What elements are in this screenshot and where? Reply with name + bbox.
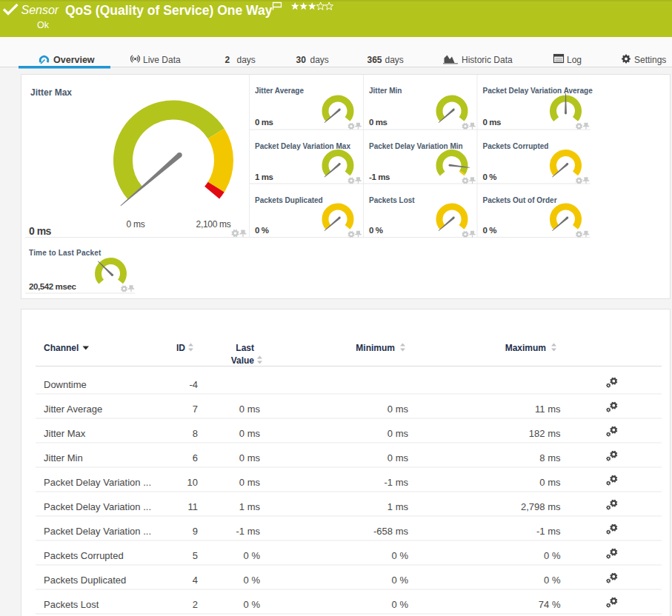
svg-text:0 %: 0 % bbox=[544, 550, 561, 561]
svg-text:0 ms: 0 ms bbox=[239, 477, 261, 488]
svg-text:0 %: 0 % bbox=[392, 550, 409, 561]
svg-text:days: days bbox=[385, 55, 404, 65]
svg-text:0 ms: 0 ms bbox=[483, 118, 502, 127]
svg-text:74 %: 74 % bbox=[539, 599, 561, 610]
svg-text:-1 ms: -1 ms bbox=[236, 526, 261, 537]
svg-text:0 ms: 0 ms bbox=[29, 225, 52, 237]
svg-text:Live Data: Live Data bbox=[143, 55, 181, 65]
svg-text:Packets Lost: Packets Lost bbox=[369, 196, 415, 204]
svg-text:Packet Delay Variation Average: Packet Delay Variation Average bbox=[483, 87, 593, 95]
svg-text:2,100 ms: 2,100 ms bbox=[196, 219, 231, 230]
svg-text:10: 10 bbox=[187, 477, 198, 488]
svg-text:1 ms: 1 ms bbox=[239, 501, 261, 512]
svg-text:days: days bbox=[310, 55, 329, 65]
svg-text:0 %: 0 % bbox=[483, 226, 497, 235]
svg-text:Sensor: Sensor bbox=[21, 4, 59, 16]
svg-text:Settings: Settings bbox=[634, 55, 666, 65]
svg-text:Packets Corrupted: Packets Corrupted bbox=[44, 550, 124, 561]
svg-text:Last: Last bbox=[236, 343, 254, 353]
svg-text:0 ms: 0 ms bbox=[539, 477, 561, 488]
svg-text:Channel: Channel bbox=[44, 343, 79, 353]
svg-text:Jitter Min: Jitter Min bbox=[44, 452, 83, 463]
svg-text:Jitter Max: Jitter Max bbox=[44, 428, 86, 439]
svg-text:-658 ms: -658 ms bbox=[373, 526, 408, 537]
svg-text:Jitter Average: Jitter Average bbox=[44, 404, 102, 415]
svg-text:-1 ms: -1 ms bbox=[536, 526, 561, 537]
svg-text:Jitter Max: Jitter Max bbox=[30, 87, 72, 98]
svg-text:2: 2 bbox=[193, 599, 198, 610]
svg-text:0 ms: 0 ms bbox=[239, 452, 261, 463]
svg-text:QoS (Quality of Service) One W: QoS (Quality of Service) One Way bbox=[65, 3, 273, 18]
svg-text:2: 2 bbox=[225, 55, 230, 65]
svg-text:0 ms: 0 ms bbox=[239, 428, 261, 439]
svg-text:Value: Value bbox=[231, 355, 255, 366]
svg-text:Ok: Ok bbox=[37, 20, 50, 30]
svg-text:30: 30 bbox=[296, 55, 307, 65]
svg-text:0 ms: 0 ms bbox=[387, 452, 409, 463]
svg-text:Packets Corrupted: Packets Corrupted bbox=[483, 142, 549, 150]
svg-text:4: 4 bbox=[193, 575, 198, 586]
svg-text:Log: Log bbox=[567, 55, 582, 65]
svg-text:365: 365 bbox=[367, 55, 382, 65]
svg-text:Jitter Min: Jitter Min bbox=[369, 87, 402, 95]
svg-text:1 ms: 1 ms bbox=[387, 501, 409, 512]
svg-text:Jitter Average: Jitter Average bbox=[255, 87, 304, 95]
svg-text:Packet Delay Variation Min: Packet Delay Variation Min bbox=[369, 142, 463, 150]
svg-text:5: 5 bbox=[193, 550, 198, 561]
svg-text:0 %: 0 % bbox=[244, 575, 261, 586]
svg-text:Historic Data: Historic Data bbox=[462, 55, 513, 65]
svg-text:1 ms: 1 ms bbox=[255, 173, 273, 181]
svg-text:Overview: Overview bbox=[53, 55, 95, 65]
svg-text:0 ms: 0 ms bbox=[387, 404, 409, 415]
svg-text:11 ms: 11 ms bbox=[535, 404, 561, 415]
svg-text:days: days bbox=[237, 55, 256, 65]
svg-text:Packet Delay Variation ...: Packet Delay Variation ... bbox=[44, 477, 151, 488]
svg-text:Packet Delay Variation ...: Packet Delay Variation ... bbox=[44, 501, 151, 512]
svg-text:0 ms: 0 ms bbox=[127, 219, 145, 230]
svg-text:-1 ms: -1 ms bbox=[369, 173, 390, 181]
svg-text:Time to Last Packet: Time to Last Packet bbox=[29, 249, 102, 257]
svg-text:Maximum: Maximum bbox=[505, 343, 546, 353]
svg-text:0 %: 0 % bbox=[544, 575, 561, 586]
svg-text:Packets Out of Order: Packets Out of Order bbox=[483, 196, 557, 204]
svg-text:-4: -4 bbox=[189, 379, 198, 390]
svg-text:9: 9 bbox=[193, 526, 198, 537]
svg-text:Packet Delay Variation Max: Packet Delay Variation Max bbox=[255, 142, 350, 150]
svg-text:Packets Duplicated: Packets Duplicated bbox=[255, 196, 323, 204]
svg-text:0 %: 0 % bbox=[483, 173, 497, 181]
svg-text:182 ms: 182 ms bbox=[529, 428, 561, 439]
svg-text:Packet Delay Variation ...: Packet Delay Variation ... bbox=[44, 526, 151, 537]
svg-text:ID: ID bbox=[176, 343, 185, 353]
svg-text:-1 ms: -1 ms bbox=[385, 477, 409, 488]
svg-text:0 %: 0 % bbox=[244, 599, 261, 610]
svg-text:Minimum: Minimum bbox=[356, 343, 395, 353]
svg-text:Downtime: Downtime bbox=[44, 379, 87, 390]
svg-text:0 ms: 0 ms bbox=[255, 118, 273, 127]
svg-text:0 ms: 0 ms bbox=[369, 118, 387, 127]
svg-text:8 ms: 8 ms bbox=[539, 452, 561, 463]
svg-text:8: 8 bbox=[193, 428, 198, 439]
svg-text:0 ms: 0 ms bbox=[387, 428, 409, 439]
svg-text:0 %: 0 % bbox=[369, 226, 383, 235]
svg-text:0 %: 0 % bbox=[392, 599, 409, 610]
svg-text:Packets Duplicated: Packets Duplicated bbox=[44, 575, 126, 586]
svg-text:6: 6 bbox=[193, 452, 198, 463]
svg-text:0 ms: 0 ms bbox=[239, 404, 261, 415]
svg-text:20,542 msec: 20,542 msec bbox=[29, 282, 76, 291]
svg-text:0 %: 0 % bbox=[255, 226, 269, 235]
svg-text:11: 11 bbox=[188, 501, 199, 512]
svg-text:2,798 ms: 2,798 ms bbox=[521, 501, 561, 512]
svg-text:0 %: 0 % bbox=[392, 575, 409, 586]
svg-text:0 %: 0 % bbox=[244, 550, 261, 561]
svg-text:7: 7 bbox=[193, 404, 198, 415]
svg-text:Packets Lost: Packets Lost bbox=[44, 599, 99, 610]
